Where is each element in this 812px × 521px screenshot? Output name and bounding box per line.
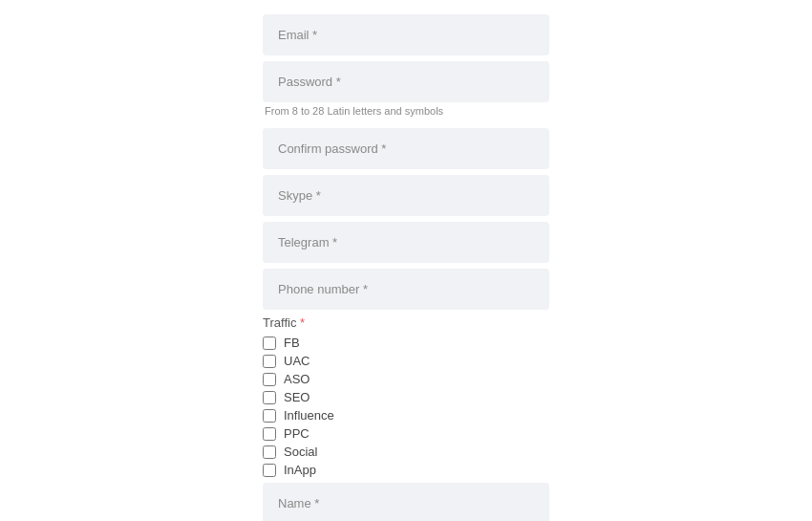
password-hint: From 8 to 28 Latin letters and symbols [263,105,549,117]
skype-input[interactable] [263,175,549,216]
email-field [263,14,549,55]
checkbox-uac-label: UAC [284,354,310,368]
name-input[interactable] [263,483,549,521]
confirm-password-field [263,128,549,169]
password-input[interactable] [263,61,549,102]
traffic-option-ppc[interactable]: PPC [263,426,549,441]
traffic-option-uac[interactable]: UAC [263,354,549,368]
traffic-option-seo[interactable]: SEO [263,390,549,404]
checkbox-seo-label: SEO [284,390,310,404]
checkbox-fb[interactable] [263,336,276,350]
traffic-options: FB UAC ASO SEO Influence PPC [263,336,549,477]
checkbox-influence[interactable] [263,409,276,423]
checkbox-seo[interactable] [263,391,276,404]
phone-field [263,269,549,310]
skype-field [263,175,549,216]
phone-input[interactable] [263,269,549,310]
confirm-password-input[interactable] [263,128,549,169]
checkbox-aso-label: ASO [284,372,310,386]
checkbox-inapp[interactable] [263,464,276,477]
checkbox-aso[interactable] [263,373,276,386]
registration-form: From 8 to 28 Latin letters and symbols T… [263,14,549,521]
telegram-field [263,222,549,263]
traffic-option-influence[interactable]: Influence [263,408,549,423]
traffic-option-social[interactable]: Social [263,445,549,459]
name-field [263,483,549,521]
checkbox-social-label: Social [284,445,317,459]
traffic-option-inapp[interactable]: InApp [263,463,549,477]
traffic-option-aso[interactable]: ASO [263,372,549,386]
traffic-label: Traffic * [263,315,549,330]
checkbox-inapp-label: InApp [284,463,316,477]
email-input[interactable] [263,14,549,55]
traffic-section: Traffic * FB UAC ASO SEO Influence [263,315,549,477]
checkbox-ppc-label: PPC [284,426,310,441]
checkbox-social[interactable] [263,445,276,459]
traffic-required-marker: * [300,315,305,330]
checkbox-influence-label: Influence [284,408,334,423]
traffic-option-fb[interactable]: FB [263,336,549,350]
password-field: From 8 to 28 Latin letters and symbols [263,61,549,122]
telegram-input[interactable] [263,222,549,263]
checkbox-fb-label: FB [284,336,300,350]
checkbox-ppc[interactable] [263,427,276,441]
checkbox-uac[interactable] [263,355,276,368]
